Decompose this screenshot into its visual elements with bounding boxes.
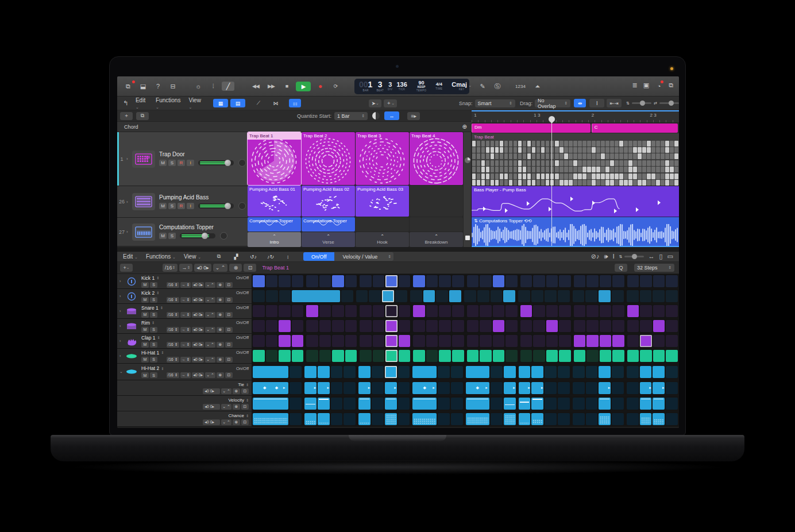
step-cell[interactable]	[385, 350, 398, 362]
nudge-buttons[interactable]: ◂0 0▸	[192, 282, 204, 288]
step-cell[interactable]	[612, 366, 624, 378]
row-solo-button[interactable]: S	[150, 342, 157, 348]
tie-cell[interactable]: ◆◆▸	[253, 382, 288, 394]
step-cell[interactable]	[612, 335, 624, 347]
playhead[interactable]	[551, 119, 552, 246]
velocity-cell[interactable]	[599, 398, 611, 410]
seq-menu-view[interactable]: View ⌄	[184, 253, 201, 260]
preview-icon[interactable]: 🕪	[604, 253, 608, 260]
step-cell[interactable]	[332, 335, 344, 347]
chance-cell[interactable]	[558, 413, 570, 425]
step-cell[interactable]	[426, 335, 438, 347]
step-cell[interactable]	[653, 320, 665, 332]
input-monitor-button[interactable]: I	[187, 160, 194, 166]
step-cell[interactable]	[413, 350, 425, 362]
step-cell[interactable]	[413, 305, 425, 317]
tie-cell[interactable]	[558, 382, 570, 394]
step-cell[interactable]	[426, 305, 438, 317]
velocity-cell[interactable]	[438, 398, 450, 410]
step-rate-dropdown[interactable]: /16 ⇕	[167, 342, 179, 348]
step-cell[interactable]	[266, 335, 278, 347]
chance-cell[interactable]	[412, 413, 437, 425]
step-cell[interactable]	[666, 290, 678, 302]
reset-row-icon[interactable]: ⊗	[217, 282, 224, 288]
list-editors-icon[interactable]: ≣	[632, 82, 638, 91]
step-cell[interactable]	[612, 320, 624, 332]
step-cell[interactable]	[640, 350, 652, 362]
library-icon[interactable]: ⬓	[137, 82, 149, 91]
row-end-icon[interactable]: ⊡	[225, 327, 233, 333]
velocity-cell[interactable]	[586, 398, 598, 410]
velocity-cell[interactable]	[545, 398, 557, 410]
step-cell[interactable]	[586, 366, 598, 378]
step-cell[interactable]	[279, 275, 291, 287]
step-cell[interactable]	[493, 320, 505, 332]
track-disclosure-icon[interactable]: ›	[126, 156, 132, 161]
octave-buttons[interactable]: ⌄ ⌃	[221, 404, 231, 410]
step-cell[interactable]	[290, 366, 302, 378]
step-cell[interactable]	[464, 290, 476, 302]
step-cell[interactable]	[413, 320, 425, 332]
chance-cell[interactable]	[504, 413, 516, 425]
browser-icon[interactable]: ▣	[643, 82, 649, 91]
step-cell[interactable]	[452, 350, 464, 362]
step-cell[interactable]	[345, 320, 357, 332]
tie-cell[interactable]: ◆▸	[466, 382, 490, 394]
step-cell[interactable]	[480, 335, 492, 347]
step-cell[interactable]	[640, 366, 652, 378]
octave-buttons[interactable]: ⌄ ⌃	[205, 282, 215, 288]
step-cell[interactable]	[426, 320, 438, 332]
step-cell[interactable]	[653, 275, 665, 287]
audio-region-topper[interactable]: ⇅ Computations Topper ⟲⟲	[472, 217, 679, 246]
row-solo-button[interactable]: S	[150, 312, 157, 318]
step-cell[interactable]	[546, 275, 558, 287]
step-cell[interactable]	[520, 320, 532, 332]
step-cell[interactable]	[491, 366, 503, 378]
step-cell[interactable]	[279, 335, 291, 347]
copy-pattern-icon[interactable]: ⧉	[211, 252, 226, 261]
step-cell[interactable]	[253, 305, 265, 317]
row-end-icon[interactable]: ⊡	[241, 419, 249, 425]
menu-functions[interactable]: Functions ⌄	[156, 97, 180, 110]
step-cell[interactable]	[279, 350, 291, 362]
step-cell[interactable]	[586, 305, 599, 317]
step-cell[interactable]	[520, 305, 532, 317]
step-cell[interactable]	[385, 320, 398, 332]
step-cell[interactable]	[306, 275, 318, 287]
row-name[interactable]: Kick 2	[141, 290, 155, 296]
step-cell[interactable]	[439, 320, 451, 332]
pan-knob[interactable]	[220, 232, 227, 240]
step-cell[interactable]	[627, 350, 639, 362]
rotate-right-icon[interactable]: ♪↻	[263, 252, 278, 261]
velocity-cell[interactable]	[344, 398, 356, 410]
step-cell[interactable]	[438, 366, 450, 378]
step-cell[interactable]	[640, 275, 652, 287]
solo-button[interactable]: S	[168, 160, 176, 166]
reset-row-icon[interactable]: ⊗	[217, 297, 224, 303]
fit-horizontal-icon[interactable]: ↔	[649, 253, 655, 260]
loop-cell[interactable]: Pumping Acid Bass 01	[248, 186, 301, 217]
step-cell[interactable]	[319, 275, 331, 287]
step-cell[interactable]	[385, 335, 398, 347]
step-cell[interactable]	[373, 305, 385, 317]
quantize-button[interactable]: Q	[615, 264, 627, 272]
volume-knob[interactable]	[225, 160, 231, 166]
chance-cell[interactable]	[372, 413, 384, 425]
step-cell[interactable]	[585, 290, 597, 302]
horizontal-zoom-icon[interactable]: ⇤⇥	[607, 99, 622, 107]
pattern-length-dropdown[interactable]: 32 Steps⇕	[634, 264, 674, 272]
step-cell[interactable]	[467, 320, 479, 332]
step-cell[interactable]	[518, 290, 530, 302]
step-cell[interactable]	[520, 350, 532, 362]
chance-cell[interactable]	[531, 413, 543, 425]
loop-mode-dropdown[interactable]: → ⇕	[180, 312, 191, 318]
zoom-v-slider[interactable]	[632, 102, 651, 104]
step-cell[interactable]	[319, 350, 331, 362]
step-cell[interactable]	[292, 305, 304, 317]
step-cell[interactable]	[426, 350, 438, 362]
tie-cell[interactable]	[612, 382, 624, 394]
row-disclosure-icon[interactable]: ›	[119, 339, 124, 343]
mute-button[interactable]: M	[159, 233, 167, 239]
step-rate-dropdown[interactable]: /16 ⇕	[167, 327, 179, 333]
chance-cell[interactable]	[451, 413, 463, 425]
